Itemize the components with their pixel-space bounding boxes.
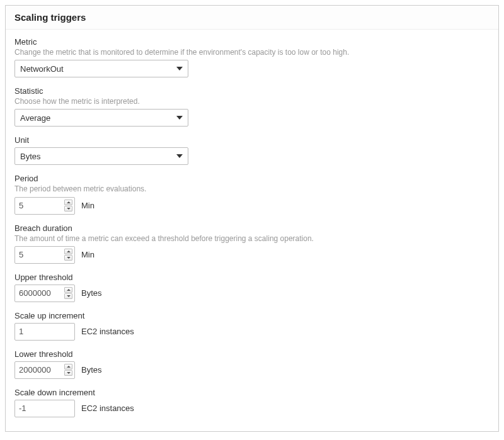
breach-suffix: Min [81, 250, 94, 259]
panel-body: Metric Change the metric that is monitor… [6, 30, 498, 431]
chevron-down-icon [176, 116, 183, 120]
period-label: Period [14, 174, 490, 183]
field-unit: Unit Bytes [14, 135, 490, 165]
breach-label: Breach duration [14, 223, 490, 233]
scaleup-label: Scale up increment [14, 311, 490, 320]
scaledown-value: -1 [19, 403, 71, 413]
field-upper: Upper threshold 6000000 Bytes [14, 273, 490, 302]
scaleup-input[interactable]: 1 [14, 323, 75, 341]
metric-label: Metric [14, 37, 490, 47]
panel-title: Scaling triggers [14, 12, 490, 23]
period-desc: The period between metric evaluations. [14, 184, 490, 194]
stepper-up-icon[interactable] [64, 249, 72, 254]
scaling-triggers-panel: Scaling triggers Metric Change the metri… [5, 5, 499, 432]
breach-value: 5 [19, 250, 71, 259]
period-input[interactable]: 5 [14, 197, 75, 215]
upper-label: Upper threshold [14, 273, 490, 282]
field-scaleup: Scale up increment 1 EC2 instances [14, 311, 490, 341]
chevron-down-icon [176, 154, 183, 158]
breach-input[interactable]: 5 [14, 246, 75, 264]
stepper-down-icon[interactable] [64, 255, 72, 261]
metric-value: NetworkOut [20, 64, 183, 74]
unit-select[interactable]: Bytes [14, 147, 188, 165]
unit-value: Bytes [20, 152, 183, 161]
scaleup-value: 1 [19, 327, 71, 336]
spinner-icon [64, 287, 72, 300]
statistic-desc: Choose how the metric is interpreted. [14, 96, 490, 106]
breach-desc: The amount of time a metric can exceed a… [14, 234, 490, 244]
period-suffix: Min [81, 201, 94, 210]
field-metric: Metric Change the metric that is monitor… [14, 37, 490, 77]
chevron-down-icon [176, 67, 183, 71]
scaledown-label: Scale down increment [14, 388, 490, 397]
statistic-label: Statistic [14, 86, 490, 96]
field-period: Period The period between metric evaluat… [14, 174, 490, 214]
lower-value: 2000000 [19, 365, 71, 375]
metric-select[interactable]: NetworkOut [14, 60, 188, 77]
stepper-up-icon[interactable] [64, 364, 72, 369]
unit-label: Unit [14, 135, 490, 145]
statistic-value: Average [20, 113, 183, 123]
period-value: 5 [19, 201, 71, 210]
upper-suffix: Bytes [81, 288, 102, 298]
panel-header: Scaling triggers [6, 6, 498, 30]
upper-input[interactable]: 6000000 [14, 285, 75, 302]
scaledown-suffix: EC2 instances [81, 403, 134, 413]
stepper-down-icon[interactable] [64, 293, 72, 299]
lower-input[interactable]: 2000000 [14, 361, 75, 379]
stepper-up-icon[interactable] [64, 200, 72, 205]
field-lower: Lower threshold 2000000 Bytes [14, 349, 490, 379]
scaleup-suffix: EC2 instances [81, 327, 134, 336]
stepper-down-icon[interactable] [64, 206, 72, 212]
field-scaledown: Scale down increment -1 EC2 instances [14, 388, 490, 417]
spinner-icon [64, 249, 72, 261]
lower-suffix: Bytes [81, 365, 102, 375]
field-breach: Breach duration The amount of time a met… [14, 223, 490, 264]
stepper-up-icon[interactable] [64, 287, 72, 293]
spinner-icon [64, 200, 72, 212]
lower-label: Lower threshold [14, 349, 490, 359]
scaledown-input[interactable]: -1 [14, 400, 75, 417]
spinner-icon [64, 364, 72, 376]
metric-desc: Change the metric that is monitored to d… [14, 47, 490, 57]
statistic-select[interactable]: Average [14, 109, 188, 127]
upper-value: 6000000 [19, 288, 71, 298]
field-statistic: Statistic Choose how the metric is inter… [14, 86, 490, 127]
stepper-down-icon[interactable] [64, 370, 72, 376]
